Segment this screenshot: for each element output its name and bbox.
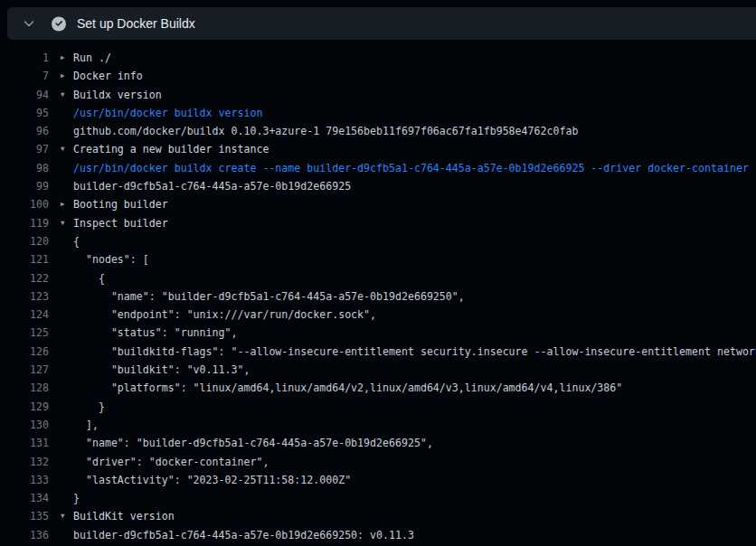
group-expanded-icon[interactable]: ▼ bbox=[61, 140, 73, 158]
line-number[interactable]: 131 bbox=[0, 434, 49, 452]
line-text: "driver": "docker-container", bbox=[73, 453, 269, 471]
line-text: /usr/bin/docker buildx create --name bui… bbox=[73, 159, 749, 177]
line-number[interactable]: 96 bbox=[0, 122, 49, 140]
line-number[interactable]: 123 bbox=[0, 287, 49, 306]
log-line: 99 builder-d9cfb5a1-c764-445a-a57e-0b19d… bbox=[0, 177, 756, 195]
line-text: Docker info bbox=[73, 67, 143, 85]
line-number[interactable]: 133 bbox=[0, 471, 49, 489]
line-text: "endpoint": "unix:///var/run/docker.sock… bbox=[73, 306, 376, 324]
log-line: 123 "name": "builder-d9cfb5a1-c764-445a-… bbox=[0, 287, 756, 306]
line-text: /usr/bin/docker buildx version bbox=[73, 104, 262, 122]
line-text: } bbox=[73, 398, 105, 416]
group-toggle-icon bbox=[61, 324, 73, 342]
line-number[interactable]: 130 bbox=[0, 416, 49, 434]
group-toggle-icon bbox=[61, 306, 73, 324]
line-number[interactable]: 97 bbox=[0, 140, 49, 158]
line-number[interactable]: 100 bbox=[0, 195, 49, 213]
group-toggle-icon bbox=[61, 471, 73, 489]
line-text: "name": "builder-d9cfb5a1-c764-445a-a57e… bbox=[73, 287, 465, 306]
log-line: 129 } bbox=[0, 398, 756, 416]
line-number[interactable]: 125 bbox=[0, 324, 49, 342]
check-circle-icon bbox=[52, 16, 66, 31]
line-text: Booting builder bbox=[73, 195, 168, 213]
line-number[interactable]: 98 bbox=[0, 159, 49, 177]
group-toggle-icon bbox=[61, 104, 73, 122]
step-title: Set up Docker Buildx bbox=[77, 16, 195, 31]
group-toggle-icon bbox=[61, 398, 73, 416]
line-text: builder-d9cfb5a1-c764-445a-a57e-0b19d2e6… bbox=[73, 177, 351, 195]
line-text: github.com/docker/buildx 0.10.3+azure-1 … bbox=[73, 122, 578, 140]
log-line[interactable]: 97 ▼ Creating a new builder instance bbox=[0, 140, 756, 158]
line-number[interactable]: 95 bbox=[0, 104, 49, 122]
line-text: BuildKit version bbox=[73, 507, 175, 525]
group-toggle-icon bbox=[61, 159, 73, 177]
log-line[interactable]: 100 ▶ Booting builder bbox=[0, 195, 756, 213]
log-line[interactable]: 119 ▼ Inspect builder bbox=[0, 214, 756, 232]
log-line[interactable]: 7 ▶ Docker info bbox=[0, 67, 756, 85]
log-line: 128 "platforms": "linux/amd64,linux/amd6… bbox=[0, 379, 756, 397]
log-line: 120 { bbox=[0, 232, 756, 250]
line-number[interactable]: 134 bbox=[0, 489, 49, 507]
line-text: builder-d9cfb5a1-c764-445a-a57e-0b19d2e6… bbox=[73, 526, 414, 544]
log-line[interactable]: 94 ▼ Buildx version bbox=[0, 86, 756, 104]
line-text: Run ./ bbox=[73, 49, 111, 67]
group-expanded-icon[interactable]: ▼ bbox=[61, 214, 73, 232]
group-toggle-icon bbox=[61, 416, 73, 434]
group-toggle-icon bbox=[61, 526, 73, 544]
step-header[interactable]: Set up Docker Buildx bbox=[7, 7, 756, 40]
group-toggle-icon bbox=[61, 379, 73, 397]
line-number[interactable]: 122 bbox=[0, 269, 49, 287]
line-text: } bbox=[73, 489, 80, 507]
log-line: 133 "lastActivity": "2023-02-25T11:58:12… bbox=[0, 471, 756, 489]
line-number[interactable]: 99 bbox=[0, 177, 49, 195]
log-viewer: 1 ▶ Run ./ 7 ▶ Docker info 94 ▼ Buildx v… bbox=[0, 49, 756, 544]
group-toggle-icon bbox=[61, 269, 73, 287]
log-line: 121 "nodes": [ bbox=[0, 250, 756, 268]
log-line[interactable]: 135 ▼ BuildKit version bbox=[0, 507, 756, 525]
line-number[interactable]: 127 bbox=[0, 361, 49, 379]
line-number[interactable]: 94 bbox=[0, 86, 49, 104]
line-text: ], bbox=[73, 416, 99, 434]
line-text: Inspect builder bbox=[73, 214, 168, 232]
line-text: Creating a new builder instance bbox=[73, 140, 269, 158]
line-number[interactable]: 129 bbox=[0, 398, 49, 416]
group-expanded-icon[interactable]: ▼ bbox=[61, 86, 73, 104]
log-line: 124 "endpoint": "unix:///var/run/docker.… bbox=[0, 306, 756, 324]
group-toggle-icon bbox=[61, 343, 73, 361]
line-number[interactable]: 119 bbox=[0, 214, 49, 232]
line-text: "name": "builder-d9cfb5a1-c764-445a-a57e… bbox=[73, 434, 433, 452]
chevron-down-icon[interactable] bbox=[22, 16, 36, 31]
group-expanded-icon[interactable]: ▼ bbox=[61, 507, 73, 525]
group-collapsed-icon[interactable]: ▶ bbox=[61, 67, 73, 85]
line-number[interactable]: 136 bbox=[0, 526, 49, 544]
line-text: "lastActivity": "2023-02-25T11:58:12.000… bbox=[73, 471, 351, 489]
line-number[interactable]: 126 bbox=[0, 343, 49, 361]
line-text: "buildkitd-flags": "--allow-insecure-ent… bbox=[73, 343, 756, 361]
line-number[interactable]: 124 bbox=[0, 306, 49, 324]
group-toggle-icon bbox=[61, 489, 73, 507]
group-collapsed-icon[interactable]: ▶ bbox=[61, 49, 73, 67]
line-number[interactable]: 132 bbox=[0, 453, 49, 471]
line-text: { bbox=[73, 269, 105, 287]
line-number[interactable]: 121 bbox=[0, 250, 49, 268]
log-line: 122 { bbox=[0, 269, 756, 287]
group-toggle-icon bbox=[61, 453, 73, 471]
group-toggle-icon bbox=[61, 250, 73, 268]
group-collapsed-icon[interactable]: ▶ bbox=[61, 195, 73, 213]
log-line[interactable]: 1 ▶ Run ./ bbox=[0, 49, 756, 67]
group-toggle-icon bbox=[61, 434, 73, 452]
log-line: 132 "driver": "docker-container", bbox=[0, 453, 756, 471]
line-number[interactable]: 1 bbox=[0, 49, 49, 67]
line-text: "nodes": [ bbox=[73, 250, 149, 268]
line-text: "buildkit": "v0.11.3", bbox=[73, 361, 250, 379]
group-toggle-icon bbox=[61, 361, 73, 379]
line-number[interactable]: 7 bbox=[0, 67, 49, 85]
line-text: "status": "running", bbox=[73, 324, 237, 342]
line-number[interactable]: 128 bbox=[0, 379, 49, 397]
log-line: 98 /usr/bin/docker buildx create --name … bbox=[0, 159, 756, 177]
line-number[interactable]: 135 bbox=[0, 507, 49, 525]
group-toggle-icon bbox=[61, 287, 73, 306]
line-number[interactable]: 120 bbox=[0, 232, 49, 250]
log-line: 131 "name": "builder-d9cfb5a1-c764-445a-… bbox=[0, 434, 756, 452]
log-line: 95 /usr/bin/docker buildx version bbox=[0, 104, 756, 122]
